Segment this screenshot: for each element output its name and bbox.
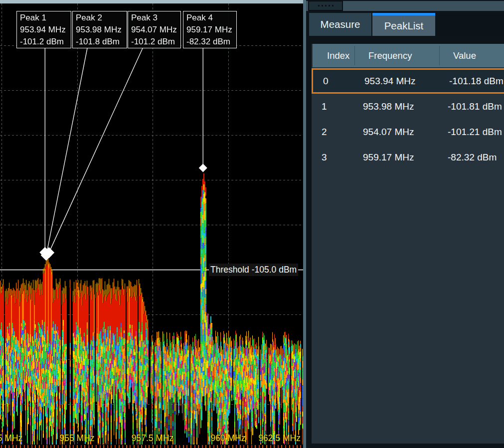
- tab-measure[interactable]: Measure: [309, 13, 371, 36]
- peak-leader-line: [49, 48, 143, 253]
- column-header-frequency: Frequency: [368, 44, 412, 67]
- x-axis-label: 957.5 MHz: [132, 433, 174, 444]
- drag-dot-icon: [329, 5, 330, 6]
- cell-frequency: 953.98 MHz: [363, 94, 414, 119]
- peak-label-box[interactable]: Peak 4959.17 MHz-82.32 dBm: [183, 11, 237, 48]
- peak-name: Peak 1: [20, 12, 71, 24]
- table-row[interactable]: 3959.17 MHz-82.32 dBm: [312, 145, 504, 170]
- peak-name: Peak 2: [76, 12, 127, 24]
- cell-index: 3: [322, 145, 327, 170]
- x-axis-label: 962.5 MHz: [258, 433, 301, 444]
- table-row[interactable]: 0953.94 MHz-101.18 dBm: [312, 68, 504, 94]
- column-header-index: Index: [327, 44, 349, 67]
- cell-frequency: 953.94 MHz: [364, 70, 415, 95]
- peak-frequency: 953.94 MHz: [20, 24, 71, 36]
- plot-top-bar: [0, 0, 303, 3]
- peak-name: Peak 4: [186, 12, 236, 24]
- cell-index: 0: [323, 70, 329, 95]
- peak-value: -82.32 dBm: [186, 36, 236, 48]
- app-window: Peak 1953.94 MHz-101.2 dBmPeak 2953.98 M…: [0, 0, 504, 448]
- tab-bar: MeasurePeakList: [306, 13, 504, 36]
- cell-frequency: 959.17 MHz: [363, 145, 414, 170]
- peak-label-box[interactable]: Peak 3954.07 MHz-101.2 dBm: [128, 11, 181, 48]
- peak-value: -101.2 dBm: [20, 36, 71, 48]
- cell-index: 1: [322, 94, 327, 119]
- x-axis-label: 960 MHz: [211, 433, 246, 444]
- table-row[interactable]: 2954.07 MHz-101.21 dBm: [312, 119, 504, 145]
- cell-index: 2: [322, 119, 327, 145]
- peak-marker-diamond: [199, 163, 207, 172]
- cell-frequency: 954.07 MHz: [363, 119, 414, 145]
- peak-label-box[interactable]: Peak 1953.94 MHz-101.2 dBm: [16, 11, 71, 48]
- cell-value: -101.18 dBm: [449, 70, 504, 95]
- x-axis-label: 952.5 MHz: [0, 433, 22, 444]
- tab-peaklist[interactable]: PeakList: [372, 13, 435, 36]
- drag-dot-icon: [332, 5, 334, 6]
- peak-name: Peak 3: [131, 12, 180, 24]
- side-panel: MeasurePeakList IndexFrequencyValue 0953…: [306, 0, 504, 448]
- peak-frequency: 959.17 MHz: [186, 24, 236, 36]
- peaklist-table: IndexFrequencyValue 0953.94 MHz-101.18 d…: [312, 44, 504, 444]
- cell-value: -82.32 dBm: [448, 145, 497, 170]
- column-separator: [354, 46, 355, 65]
- cell-value: -101.81 dBm: [448, 94, 502, 119]
- drag-dot-icon: [318, 5, 320, 6]
- drag-dot-icon: [325, 5, 327, 6]
- x-axis-label: 955 MHz: [60, 433, 95, 444]
- peak-label-box[interactable]: Peak 2953.98 MHz-101.8 dBm: [72, 11, 127, 48]
- table-header-row: IndexFrequencyValue: [313, 44, 504, 67]
- peak-leader-line: [46, 48, 87, 255]
- peak-marker-overlay: [0, 0, 303, 448]
- peak-frequency: 953.98 MHz: [76, 24, 127, 36]
- column-header-value: Value: [453, 44, 476, 67]
- drag-handle-dots-icon[interactable]: [308, 0, 343, 11]
- spectrum-display[interactable]: Peak 1953.94 MHz-101.2 dBmPeak 2953.98 M…: [0, 0, 303, 448]
- drag-dot-icon: [322, 5, 323, 6]
- peak-frequency: 954.07 MHz: [131, 24, 180, 36]
- threshold-label: Threshold -105.0 dBm: [209, 264, 298, 276]
- cell-value: -101.21 dBm: [448, 119, 502, 145]
- peak-value: -101.2 dBm: [131, 36, 180, 48]
- peak-value: -101.8 dBm: [76, 36, 127, 48]
- table-row[interactable]: 1953.98 MHz-101.81 dBm: [312, 94, 504, 119]
- column-separator: [439, 46, 440, 65]
